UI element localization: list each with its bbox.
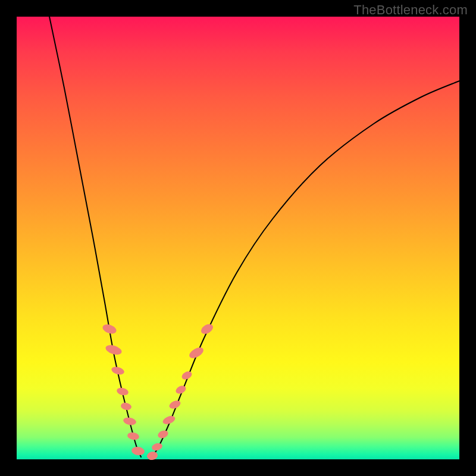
right-curve — [152, 81, 459, 457]
curve-marker — [101, 322, 117, 335]
curve-marker — [156, 429, 169, 439]
curve-marker — [151, 442, 164, 452]
curve-marker — [131, 446, 145, 456]
curve-marker — [123, 416, 137, 426]
watermark-text: TheBottleneck.com — [353, 2, 468, 18]
curve-marker — [199, 322, 215, 336]
curve-marker — [111, 365, 125, 376]
curve-markers — [101, 322, 215, 461]
curve-marker — [127, 431, 140, 440]
curve-marker — [120, 402, 132, 411]
plot-area — [17, 17, 459, 459]
chart-frame: TheBottleneck.com — [0, 0, 476, 476]
curve-marker — [116, 387, 129, 396]
curves-svg — [17, 17, 459, 459]
curve-marker — [146, 450, 159, 461]
curve-marker — [187, 345, 205, 360]
